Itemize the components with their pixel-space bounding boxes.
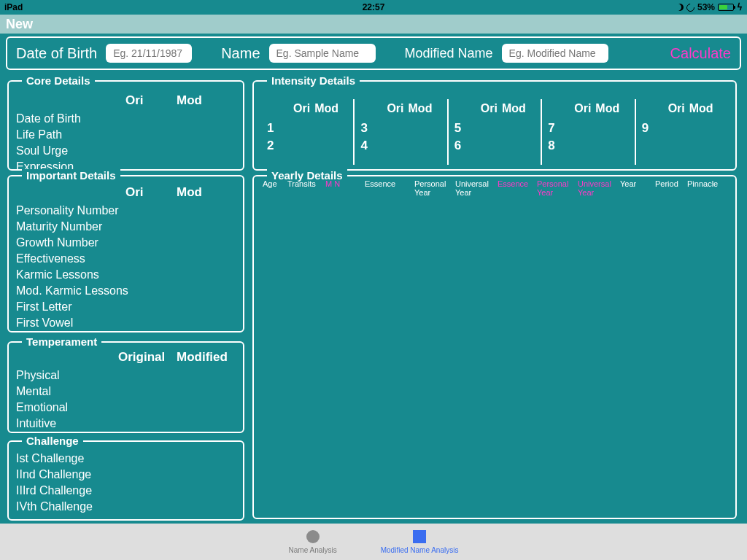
- core-row: Life Path: [16, 127, 236, 143]
- important-details-panel: Important Details Ori Mod Personality Nu…: [7, 175, 244, 332]
- intensity-col: OriMod 1 2: [261, 99, 355, 165]
- year-head-essence-mod: Essence: [495, 178, 534, 190]
- status-bar: iPad 22:57 53% ϟ: [0, 0, 747, 15]
- important-head-mod: Mod: [177, 185, 228, 200]
- intensity-head-ori: Ori: [481, 102, 498, 115]
- year-head-year: Year: [617, 178, 652, 190]
- yearly-details-panel: Yearly Details Age Transits M N Essence …: [252, 175, 737, 519]
- intensity-num: 7: [548, 120, 628, 137]
- year-head-mn: M N: [322, 178, 362, 190]
- battery-percent: 53%: [697, 2, 715, 12]
- important-row: Growth Number: [16, 235, 236, 251]
- tab-label: Name Analysis: [289, 546, 337, 554]
- intensity-head-ori: Ori: [668, 102, 685, 115]
- core-row: Soul Urge: [16, 143, 236, 159]
- year-head-personal-year-mod: Personal Year: [534, 178, 575, 198]
- temperament-head-ori: Original: [118, 350, 177, 365]
- intensity-col: OriMod 7 8: [542, 99, 635, 165]
- important-row: First Vowel: [16, 315, 236, 331]
- page-title-label: New: [6, 17, 33, 32]
- intensity-num: 2: [267, 137, 347, 155]
- dob-label: Date of Birth: [16, 45, 97, 62]
- status-right: 53% ϟ: [497, 2, 743, 12]
- tab-bar: Name Analysis Modified Name Analysis: [0, 524, 747, 560]
- important-legend: Important Details: [22, 169, 120, 182]
- temperament-row: Emotional: [16, 400, 236, 416]
- circle-icon: [306, 530, 320, 543]
- core-legend: Core Details: [22, 74, 95, 87]
- temperament-panel: Temperament Original Modified Physical M…: [7, 341, 244, 433]
- orientation-lock-icon: [685, 1, 696, 12]
- year-head-universal-year-mod: Universal Year: [575, 178, 617, 198]
- name-label: Name: [221, 45, 260, 62]
- temperament-row: Mental: [16, 384, 236, 400]
- intensity-num: 4: [360, 137, 441, 155]
- year-head-universal-year: Universal Year: [452, 178, 495, 198]
- intensity-head-ori: Ori: [387, 102, 403, 115]
- important-row: Mod. Karmic Lessons: [16, 283, 236, 299]
- year-head-period: Period: [652, 178, 684, 190]
- core-row: Date of Birth: [16, 111, 236, 127]
- temperament-row: Intuitive: [16, 416, 236, 432]
- core-details-panel: Core Details Ori Mod Date of Birth Life …: [7, 80, 244, 171]
- charging-icon: ϟ: [737, 2, 743, 12]
- challenge-row: IInd Challenge: [16, 467, 236, 483]
- intensity-legend: Intensity Details: [267, 74, 360, 87]
- core-head-mod: Mod: [177, 93, 228, 108]
- intensity-num: 6: [454, 137, 535, 155]
- battery-icon: [718, 4, 734, 11]
- year-head-personal-year: Personal Year: [411, 178, 452, 198]
- intensity-details-panel: Intensity Details OriMod 1 2 OriMod 3 4 …: [252, 80, 737, 171]
- year-head-pinnacle: Pinnacle: [684, 178, 721, 190]
- intensity-col: OriMod 5 6: [449, 99, 542, 165]
- important-row: Personality Number: [16, 203, 236, 219]
- page-title: New: [0, 15, 747, 34]
- temperament-legend: Temperament: [22, 335, 101, 348]
- intensity-head-mod: Mod: [689, 102, 713, 115]
- intensity-head-mod: Mod: [314, 102, 338, 115]
- intensity-head-mod: Mod: [595, 102, 619, 115]
- intensity-num: 5: [454, 120, 535, 137]
- intensity-num: 3: [360, 120, 441, 137]
- square-icon: [413, 530, 426, 543]
- core-head-ori: Ori: [125, 93, 177, 108]
- intensity-col: OriMod 9: [636, 99, 728, 165]
- yearly-header: Age Transits M N Essence Personal Year U…: [260, 178, 729, 198]
- important-row: Karmic Lessons: [16, 267, 236, 283]
- status-device: iPad: [4, 2, 250, 12]
- name-input[interactable]: [269, 44, 376, 63]
- tab-modified-name-analysis[interactable]: Modified Name Analysis: [381, 530, 459, 554]
- dob-input[interactable]: [106, 44, 192, 63]
- important-row: Maturity Number: [16, 219, 236, 235]
- intensity-num: 8: [548, 137, 628, 155]
- intensity-col: OriMod 3 4: [355, 99, 448, 165]
- year-head-age: Age: [260, 178, 285, 190]
- important-row: First Letter: [16, 299, 236, 315]
- calculate-button[interactable]: Calculate: [670, 45, 731, 62]
- modname-label: Modified Name: [405, 46, 493, 61]
- temperament-head-mod: Modified: [177, 350, 235, 365]
- challenge-row: IVth Challenge: [16, 499, 236, 515]
- challenge-row: IIIrd Challenge: [16, 483, 236, 499]
- do-not-disturb-icon: [676, 4, 684, 11]
- intensity-head-ori: Ori: [574, 102, 591, 115]
- intensity-head-mod: Mod: [409, 102, 433, 115]
- status-time: 22:57: [250, 2, 496, 12]
- temperament-row: Physical: [16, 368, 236, 384]
- important-head-ori: Ori: [125, 185, 177, 200]
- intensity-num: 9: [642, 120, 722, 137]
- challenge-legend: Challenge: [22, 435, 83, 447]
- challenge-panel: Challenge Ist Challenge IInd Challenge I…: [7, 440, 244, 521]
- input-toolbar: Date of Birth Name Modified Name Calcula…: [6, 36, 741, 70]
- challenge-row: Ist Challenge: [16, 451, 236, 467]
- tab-label: Modified Name Analysis: [381, 546, 459, 554]
- intensity-num: 1: [267, 120, 347, 137]
- intensity-head-ori: Ori: [293, 102, 310, 115]
- intensity-head-mod: Mod: [502, 102, 526, 115]
- year-head-essence: Essence: [362, 178, 411, 190]
- modname-input[interactable]: [502, 44, 608, 63]
- tab-name-analysis[interactable]: Name Analysis: [289, 530, 337, 554]
- important-row: Effectiveness: [16, 251, 236, 267]
- year-head-transits: Transits: [285, 178, 322, 190]
